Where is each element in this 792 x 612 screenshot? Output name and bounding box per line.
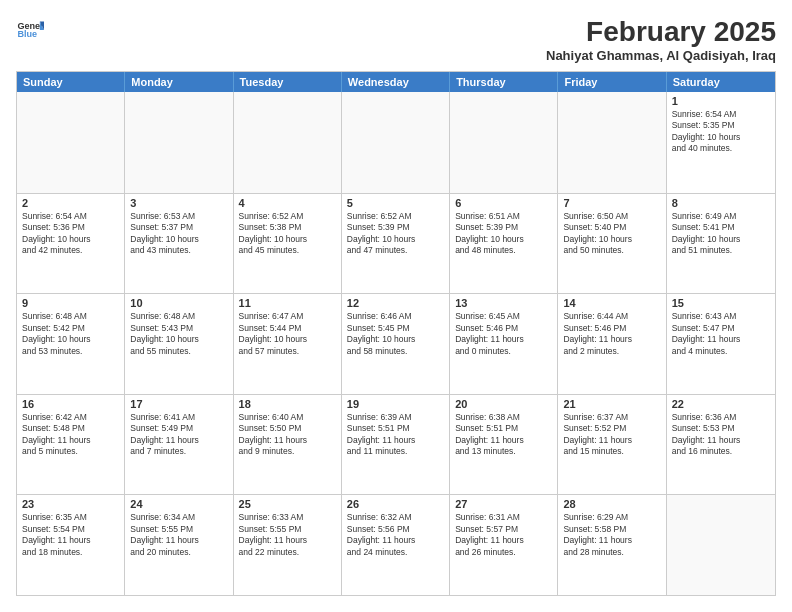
- calendar-cell: 20Sunrise: 6:38 AM Sunset: 5:51 PM Dayli…: [450, 395, 558, 495]
- calendar-cell: 27Sunrise: 6:31 AM Sunset: 5:57 PM Dayli…: [450, 495, 558, 595]
- day-info: Sunrise: 6:51 AM Sunset: 5:39 PM Dayligh…: [455, 211, 552, 257]
- day-number: 13: [455, 297, 552, 309]
- calendar-cell: [342, 92, 450, 193]
- day-info: Sunrise: 6:52 AM Sunset: 5:38 PM Dayligh…: [239, 211, 336, 257]
- calendar-week-4: 23Sunrise: 6:35 AM Sunset: 5:54 PM Dayli…: [17, 494, 775, 595]
- day-number: 5: [347, 197, 444, 209]
- day-info: Sunrise: 6:43 AM Sunset: 5:47 PM Dayligh…: [672, 311, 770, 357]
- calendar-cell: 28Sunrise: 6:29 AM Sunset: 5:58 PM Dayli…: [558, 495, 666, 595]
- calendar-cell: 13Sunrise: 6:45 AM Sunset: 5:46 PM Dayli…: [450, 294, 558, 394]
- calendar-cell: 17Sunrise: 6:41 AM Sunset: 5:49 PM Dayli…: [125, 395, 233, 495]
- calendar-cell: 9Sunrise: 6:48 AM Sunset: 5:42 PM Daylig…: [17, 294, 125, 394]
- day-info: Sunrise: 6:38 AM Sunset: 5:51 PM Dayligh…: [455, 412, 552, 458]
- calendar-header: Sunday Monday Tuesday Wednesday Thursday…: [17, 72, 775, 92]
- day-info: Sunrise: 6:40 AM Sunset: 5:50 PM Dayligh…: [239, 412, 336, 458]
- header-monday: Monday: [125, 72, 233, 92]
- header-wednesday: Wednesday: [342, 72, 450, 92]
- day-number: 28: [563, 498, 660, 510]
- day-info: Sunrise: 6:36 AM Sunset: 5:53 PM Dayligh…: [672, 412, 770, 458]
- calendar-cell: 23Sunrise: 6:35 AM Sunset: 5:54 PM Dayli…: [17, 495, 125, 595]
- calendar-cell: [125, 92, 233, 193]
- header-thursday: Thursday: [450, 72, 558, 92]
- day-info: Sunrise: 6:37 AM Sunset: 5:52 PM Dayligh…: [563, 412, 660, 458]
- day-info: Sunrise: 6:41 AM Sunset: 5:49 PM Dayligh…: [130, 412, 227, 458]
- header-tuesday: Tuesday: [234, 72, 342, 92]
- day-info: Sunrise: 6:53 AM Sunset: 5:37 PM Dayligh…: [130, 211, 227, 257]
- day-number: 20: [455, 398, 552, 410]
- day-number: 3: [130, 197, 227, 209]
- title-block: February 2025 Nahiyat Ghammas, Al Qadisi…: [546, 16, 776, 63]
- day-number: 2: [22, 197, 119, 209]
- logo-icon: General Blue: [16, 16, 44, 44]
- calendar-week-0: 1Sunrise: 6:54 AM Sunset: 5:35 PM Daylig…: [17, 92, 775, 193]
- calendar: Sunday Monday Tuesday Wednesday Thursday…: [16, 71, 776, 596]
- day-number: 17: [130, 398, 227, 410]
- day-number: 19: [347, 398, 444, 410]
- calendar-cell: 22Sunrise: 6:36 AM Sunset: 5:53 PM Dayli…: [667, 395, 775, 495]
- day-number: 11: [239, 297, 336, 309]
- day-info: Sunrise: 6:46 AM Sunset: 5:45 PM Dayligh…: [347, 311, 444, 357]
- day-info: Sunrise: 6:33 AM Sunset: 5:55 PM Dayligh…: [239, 512, 336, 558]
- calendar-cell: 26Sunrise: 6:32 AM Sunset: 5:56 PM Dayli…: [342, 495, 450, 595]
- day-number: 4: [239, 197, 336, 209]
- calendar-cell: 8Sunrise: 6:49 AM Sunset: 5:41 PM Daylig…: [667, 194, 775, 294]
- calendar-body: 1Sunrise: 6:54 AM Sunset: 5:35 PM Daylig…: [17, 92, 775, 595]
- page: General Blue February 2025 Nahiyat Ghamm…: [0, 0, 792, 612]
- calendar-cell: [234, 92, 342, 193]
- day-number: 12: [347, 297, 444, 309]
- calendar-cell: 18Sunrise: 6:40 AM Sunset: 5:50 PM Dayli…: [234, 395, 342, 495]
- calendar-cell: 5Sunrise: 6:52 AM Sunset: 5:39 PM Daylig…: [342, 194, 450, 294]
- day-info: Sunrise: 6:50 AM Sunset: 5:40 PM Dayligh…: [563, 211, 660, 257]
- day-number: 25: [239, 498, 336, 510]
- day-info: Sunrise: 6:31 AM Sunset: 5:57 PM Dayligh…: [455, 512, 552, 558]
- calendar-cell: [450, 92, 558, 193]
- day-number: 26: [347, 498, 444, 510]
- day-number: 1: [672, 95, 770, 107]
- day-info: Sunrise: 6:54 AM Sunset: 5:35 PM Dayligh…: [672, 109, 770, 155]
- calendar-cell: [667, 495, 775, 595]
- day-info: Sunrise: 6:44 AM Sunset: 5:46 PM Dayligh…: [563, 311, 660, 357]
- day-number: 23: [22, 498, 119, 510]
- day-info: Sunrise: 6:34 AM Sunset: 5:55 PM Dayligh…: [130, 512, 227, 558]
- header-friday: Friday: [558, 72, 666, 92]
- day-number: 14: [563, 297, 660, 309]
- day-info: Sunrise: 6:48 AM Sunset: 5:42 PM Dayligh…: [22, 311, 119, 357]
- header-sunday: Sunday: [17, 72, 125, 92]
- header: General Blue February 2025 Nahiyat Ghamm…: [16, 16, 776, 63]
- day-info: Sunrise: 6:48 AM Sunset: 5:43 PM Dayligh…: [130, 311, 227, 357]
- calendar-cell: 3Sunrise: 6:53 AM Sunset: 5:37 PM Daylig…: [125, 194, 233, 294]
- calendar-cell: 24Sunrise: 6:34 AM Sunset: 5:55 PM Dayli…: [125, 495, 233, 595]
- day-number: 21: [563, 398, 660, 410]
- calendar-cell: 2Sunrise: 6:54 AM Sunset: 5:36 PM Daylig…: [17, 194, 125, 294]
- day-number: 6: [455, 197, 552, 209]
- day-info: Sunrise: 6:54 AM Sunset: 5:36 PM Dayligh…: [22, 211, 119, 257]
- day-info: Sunrise: 6:35 AM Sunset: 5:54 PM Dayligh…: [22, 512, 119, 558]
- month-title: February 2025: [546, 16, 776, 48]
- calendar-week-2: 9Sunrise: 6:48 AM Sunset: 5:42 PM Daylig…: [17, 293, 775, 394]
- day-info: Sunrise: 6:39 AM Sunset: 5:51 PM Dayligh…: [347, 412, 444, 458]
- calendar-cell: 25Sunrise: 6:33 AM Sunset: 5:55 PM Dayli…: [234, 495, 342, 595]
- day-number: 16: [22, 398, 119, 410]
- day-info: Sunrise: 6:52 AM Sunset: 5:39 PM Dayligh…: [347, 211, 444, 257]
- day-number: 22: [672, 398, 770, 410]
- day-info: Sunrise: 6:49 AM Sunset: 5:41 PM Dayligh…: [672, 211, 770, 257]
- calendar-cell: 11Sunrise: 6:47 AM Sunset: 5:44 PM Dayli…: [234, 294, 342, 394]
- day-info: Sunrise: 6:47 AM Sunset: 5:44 PM Dayligh…: [239, 311, 336, 357]
- day-info: Sunrise: 6:29 AM Sunset: 5:58 PM Dayligh…: [563, 512, 660, 558]
- calendar-cell: 16Sunrise: 6:42 AM Sunset: 5:48 PM Dayli…: [17, 395, 125, 495]
- calendar-cell: 21Sunrise: 6:37 AM Sunset: 5:52 PM Dayli…: [558, 395, 666, 495]
- day-number: 27: [455, 498, 552, 510]
- day-number: 15: [672, 297, 770, 309]
- day-number: 9: [22, 297, 119, 309]
- calendar-cell: 4Sunrise: 6:52 AM Sunset: 5:38 PM Daylig…: [234, 194, 342, 294]
- day-number: 7: [563, 197, 660, 209]
- calendar-cell: 10Sunrise: 6:48 AM Sunset: 5:43 PM Dayli…: [125, 294, 233, 394]
- calendar-cell: [558, 92, 666, 193]
- calendar-cell: 6Sunrise: 6:51 AM Sunset: 5:39 PM Daylig…: [450, 194, 558, 294]
- location: Nahiyat Ghammas, Al Qadisiyah, Iraq: [546, 48, 776, 63]
- calendar-week-3: 16Sunrise: 6:42 AM Sunset: 5:48 PM Dayli…: [17, 394, 775, 495]
- header-saturday: Saturday: [667, 72, 775, 92]
- calendar-cell: 12Sunrise: 6:46 AM Sunset: 5:45 PM Dayli…: [342, 294, 450, 394]
- calendar-cell: 7Sunrise: 6:50 AM Sunset: 5:40 PM Daylig…: [558, 194, 666, 294]
- svg-text:Blue: Blue: [17, 29, 37, 39]
